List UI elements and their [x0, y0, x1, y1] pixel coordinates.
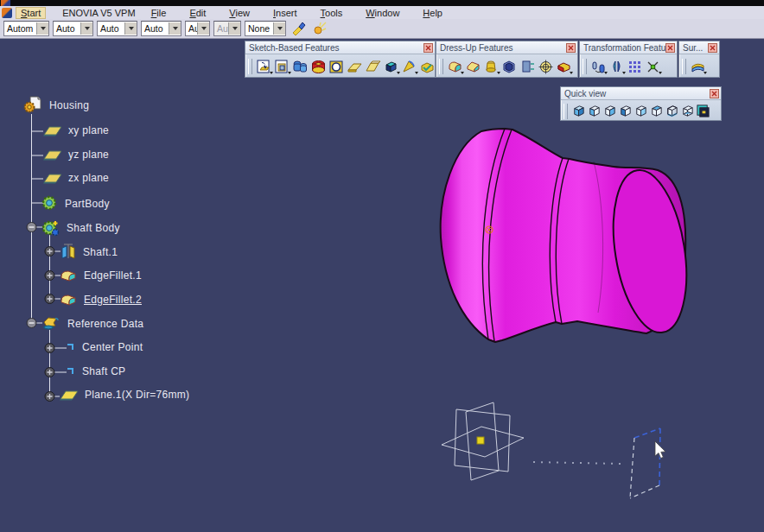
point-icon	[66, 366, 76, 377]
body-icon	[41, 195, 59, 212]
collapse-node-reference-data[interactable]	[27, 319, 36, 328]
expand-node[interactable]	[45, 368, 54, 377]
line-color-combo[interactable]: Auto	[97, 21, 137, 36]
tree-expand-nodes	[27, 223, 54, 402]
window-top-strip	[0, 0, 764, 6]
collapse-node-shaft-body[interactable]	[27, 223, 36, 232]
paintbrush-icon[interactable]	[291, 21, 307, 36]
part-icon	[22, 95, 43, 116]
line-weight-combo[interactable]: Aut	[185, 21, 210, 36]
edge-fillet-icon	[60, 268, 78, 283]
mouse-cursor	[655, 441, 665, 459]
expand-node[interactable]	[45, 344, 54, 353]
tree-item-edgefillet-2[interactable]: EdgeFillet.2	[60, 292, 143, 307]
point-symbol-combo: Aut	[213, 21, 241, 36]
tree-item-reference-data[interactable]: Reference Data	[41, 315, 145, 332]
chevron-down-icon	[228, 22, 240, 35]
body-active-icon	[41, 219, 60, 237]
menu-file[interactable]: File	[147, 8, 171, 18]
layer-combo[interactable]: None	[245, 21, 286, 36]
window-mini-icon	[1, 0, 10, 6]
chevron-down-icon[interactable]	[273, 22, 285, 35]
tree-item-plane-1[interactable]: Plane.1(X Dir=76mm)	[60, 389, 191, 401]
tree-item-partbody[interactable]: PartBody	[41, 195, 111, 212]
tree-item-xy-plane[interactable]: xy plane	[43, 124, 111, 136]
tree-item-shaft-body[interactable]: Shaft Body	[41, 219, 122, 237]
plane-feature-icon	[60, 389, 79, 401]
point-icon	[66, 342, 76, 352]
tree-item-zx-plane[interactable]: zx plane	[43, 172, 111, 184]
shaft-feature-icon	[60, 244, 77, 260]
edge-fillet-icon	[60, 292, 78, 307]
tree-item-edgefillet-1[interactable]: EdgeFillet.1	[60, 268, 143, 283]
chevron-down-icon[interactable]	[124, 22, 137, 35]
menu-start[interactable]: Start	[16, 7, 46, 19]
expand-node[interactable]	[45, 294, 54, 304]
expand-node[interactable]	[45, 247, 54, 256]
tree-item-yz-plane[interactable]: yz plane	[43, 149, 111, 161]
menu-enovia[interactable]: ENOVIA V5 VPM	[58, 8, 139, 18]
menu-insert[interactable]: Insert	[269, 8, 302, 18]
menu-window[interactable]: Window	[361, 8, 404, 18]
tree-item-housing[interactable]: Housing	[22, 95, 91, 116]
menu-help[interactable]: Help	[418, 8, 447, 18]
tree-item-shaft-cp[interactable]: Shaft CP	[66, 365, 127, 377]
tree-item-center-point[interactable]: Center Point	[66, 341, 144, 353]
menu-bar: Start ENOVIA V5 VPM File Edit View Inser…	[0, 6, 764, 20]
origin-point[interactable]	[477, 437, 484, 444]
open-body-icon	[41, 315, 61, 332]
plane-icon	[43, 124, 62, 136]
chevron-down-icon[interactable]	[197, 22, 209, 35]
plane-icon	[43, 149, 62, 161]
construction-dotted-line	[533, 462, 621, 464]
menu-tools[interactable]: Tools	[316, 8, 347, 18]
tree-item-shaft-1[interactable]: Shaft.1	[60, 244, 119, 260]
painter-wizard-icon[interactable]	[312, 21, 328, 36]
opacity-combo[interactable]: Auto	[53, 21, 93, 36]
expand-node[interactable]	[45, 392, 54, 402]
menu-edit[interactable]: Edit	[185, 8, 210, 18]
chevron-down-icon[interactable]	[169, 22, 181, 35]
chevron-down-icon[interactable]	[36, 22, 48, 35]
plane1-dashed-outline[interactable]	[630, 428, 660, 498]
expand-node[interactable]	[45, 271, 54, 281]
app-icon[interactable]	[2, 8, 12, 18]
fill-color-combo[interactable]: Autom	[3, 21, 49, 36]
menu-view[interactable]: View	[225, 8, 254, 18]
shaft-3d-model[interactable]	[441, 129, 697, 342]
plane-icon	[43, 172, 62, 184]
graphic-properties-toolbar: Autom Auto Auto Auto Aut Aut None	[0, 19, 764, 39]
viewport-canvas	[0, 38, 764, 532]
line-type-combo[interactable]: Auto	[141, 21, 181, 36]
chevron-down-icon[interactable]	[80, 22, 92, 35]
